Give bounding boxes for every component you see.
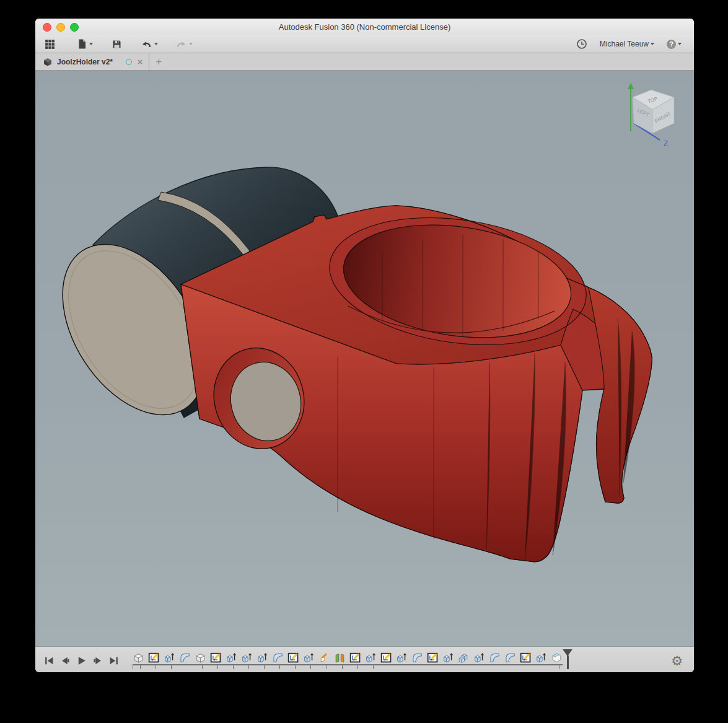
extrude-feature-icon[interactable] [365, 652, 377, 664]
sketch-feature-icon[interactable] [427, 652, 439, 664]
3d-viewport[interactable]: TOP LEFT FRONT Z [35, 71, 694, 646]
tab-close-icon[interactable]: × [138, 58, 143, 66]
sketch-feature-icon[interactable] [349, 652, 361, 664]
help-menu-caret-icon [678, 43, 682, 45]
extrude-feature-icon[interactable] [473, 652, 485, 664]
extrude-feature-icon[interactable] [396, 652, 408, 664]
document-cube-icon [43, 57, 53, 67]
timeline-position-marker[interactable] [563, 649, 572, 670]
extrude-feature-icon[interactable] [442, 652, 454, 664]
file-menu-caret-icon [89, 43, 93, 45]
timeline-marker-stem [567, 655, 569, 669]
box-feature-icon[interactable] [133, 652, 144, 664]
fusion-window: Autodesk Fusion 360 (Non-commercial Lice… [35, 19, 694, 672]
step-back-button[interactable] [60, 655, 71, 666]
fillet-feature-icon[interactable] [411, 652, 423, 664]
play-button[interactable] [76, 655, 87, 666]
window-title: Autodesk Fusion 360 (Non-commercial Lice… [35, 22, 694, 32]
step-forward-button[interactable] [92, 655, 103, 666]
sync-status-icon [126, 59, 132, 65]
timeline-feature-strip [133, 652, 563, 664]
user-name-label: Michael Teeuw [600, 40, 649, 48]
box-feature-icon[interactable] [195, 652, 206, 664]
z-axis-label: Z [664, 139, 668, 148]
help-icon: ? [667, 40, 676, 49]
document-tab-bar: JoolzHolder v2* × + [35, 53, 694, 71]
save-icon [112, 39, 122, 50]
timeline-ruler[interactable] [133, 664, 563, 669]
save-button[interactable] [112, 39, 122, 50]
fillet-feature-icon[interactable] [272, 652, 284, 664]
press-pull-feature-icon[interactable] [318, 652, 330, 664]
mirror-feature-icon[interactable] [334, 652, 346, 664]
titlebar: Autodesk Fusion 360 (Non-commercial Lice… [35, 19, 694, 35]
data-panel-button[interactable] [44, 38, 56, 50]
extrude-feature-icon[interactable] [303, 652, 315, 664]
chamfer-feature-icon[interactable] [551, 652, 563, 664]
redo-icon [175, 39, 187, 50]
application-toolbar: Michael Teeuw ? [35, 35, 694, 53]
job-status-clock-icon[interactable] [576, 38, 587, 50]
extrude-feature-icon[interactable] [257, 652, 268, 664]
user-menu-caret-icon [651, 43, 654, 45]
combine-feature-icon[interactable] [458, 652, 470, 664]
user-account-menu[interactable]: Michael Teeuw [600, 40, 654, 48]
undo-icon [141, 39, 152, 50]
sketch-feature-icon[interactable] [148, 652, 160, 664]
help-menu-button[interactable]: ? [667, 40, 682, 49]
go-to-end-button[interactable] [108, 655, 119, 666]
sketch-feature-icon[interactable] [380, 652, 392, 664]
fillet-feature-icon[interactable] [179, 652, 191, 664]
sketch-feature-icon[interactable] [287, 652, 299, 664]
timeline-settings-gear-icon[interactable]: ⚙ [671, 654, 683, 667]
undo-button[interactable] [141, 39, 158, 50]
new-tab-button[interactable]: + [149, 53, 168, 70]
model-canvas[interactable]: TOP LEFT FRONT Z [35, 71, 694, 646]
timeline-bar: ⚙ [35, 646, 694, 672]
document-tab[interactable]: JoolzHolder v2* × [35, 53, 149, 70]
redo-history-caret-icon [189, 43, 193, 45]
extrude-feature-icon[interactable] [535, 652, 547, 664]
extrude-feature-icon[interactable] [164, 652, 175, 664]
grid-icon [44, 38, 56, 50]
go-to-start-button[interactable] [44, 655, 55, 666]
timeline-strip [133, 652, 563, 669]
file-menu-button[interactable] [77, 38, 93, 50]
fillet-feature-icon[interactable] [489, 652, 501, 664]
redo-button[interactable] [175, 39, 193, 50]
undo-history-caret-icon [154, 43, 158, 45]
timeline-playback-controls [44, 655, 119, 666]
sketch-feature-icon[interactable] [210, 652, 222, 664]
document-tab-label: JoolzHolder v2* [57, 58, 113, 66]
file-icon [77, 38, 87, 50]
extrude-feature-icon[interactable] [226, 652, 237, 664]
extrude-feature-icon[interactable] [241, 652, 253, 664]
fillet-feature-icon[interactable] [504, 652, 516, 664]
sketch-feature-icon[interactable] [520, 652, 532, 664]
